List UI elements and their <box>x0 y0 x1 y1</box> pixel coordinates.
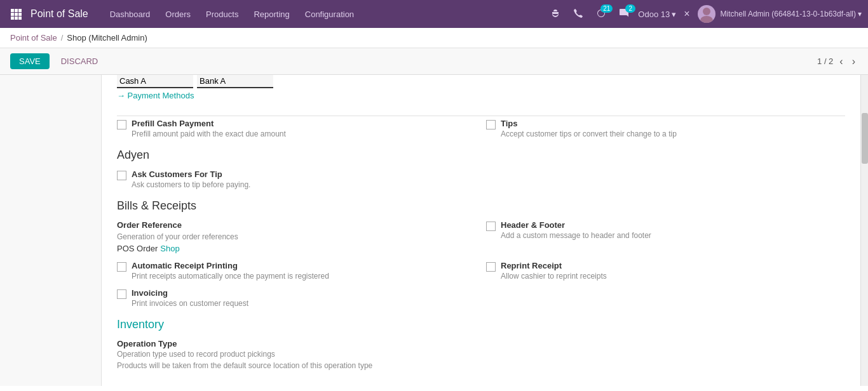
reprint-label: Reprint Receipt <box>501 261 607 270</box>
action-bar: SAVE DISCARD 1 / 2 ‹ › <box>0 48 868 75</box>
ask-tip-label: Ask Customers For Tip <box>132 169 250 179</box>
discard-button[interactable]: DISCARD <box>55 53 105 69</box>
invoicing-desc: Print invoices on customer request <box>132 299 248 308</box>
nav-dashboard[interactable]: Dashboard <box>104 6 157 23</box>
order-ref-prefix: POS Order <box>117 244 158 253</box>
bank-a-input[interactable] <box>197 75 273 88</box>
pagination-next[interactable]: › <box>850 55 858 69</box>
invoicing-label: Invoicing <box>132 288 248 298</box>
pagination-text: 1 / 2 <box>817 56 833 66</box>
ask-tip-desc: Ask customers to tip before paying. <box>132 180 250 189</box>
svg-rect-1 <box>15 9 18 12</box>
operation-type-row: Operation Type Operation type used to re… <box>117 339 845 370</box>
prefill-cash-field: Prefill Cash Payment Prefill amount paid… <box>117 119 476 138</box>
pos-order-row: POS Order Shop <box>117 244 476 253</box>
nav-products[interactable]: Products <box>200 6 245 23</box>
order-ref-desc: Generation of your order references <box>117 232 476 241</box>
breadcrumb-current: Shop (Mitchell Admin) <box>67 33 147 43</box>
section-bills: Bills & Receipts <box>117 199 845 213</box>
scrollbar-thumb[interactable] <box>862 113 868 164</box>
svg-rect-4 <box>15 13 18 16</box>
odoo-version[interactable]: Odoo 13 ▾ <box>638 10 676 19</box>
topbar: Point of Sale Dashboard Orders Products … <box>0 0 868 28</box>
main-content: → Payment Methods Prefill Cash Payment P… <box>0 75 868 386</box>
content-area: → Payment Methods Prefill Cash Payment P… <box>102 75 860 386</box>
section-inventory: Inventory <box>117 318 845 331</box>
payment-methods-section-top: → Payment Methods <box>117 75 845 116</box>
nav-configuration[interactable]: Configuration <box>299 6 360 23</box>
invoicing-row: Invoicing Print invoices on customer req… <box>117 288 845 308</box>
prefill-tips-row: Prefill Cash Payment Prefill amount paid… <box>117 119 845 138</box>
top-nav: Dashboard Orders Products Reporting Conf… <box>104 6 547 23</box>
operation-type-desc2: Products will be taken from the default … <box>117 361 476 370</box>
svg-rect-6 <box>11 17 14 20</box>
tips-field: Tips Accept customer tips or convert the… <box>486 119 845 138</box>
svg-rect-3 <box>11 13 14 16</box>
svg-rect-2 <box>18 9 22 12</box>
nav-reporting[interactable]: Reporting <box>247 6 295 23</box>
tips-checkbox[interactable] <box>486 120 496 129</box>
prefill-cash-label: Prefill Cash Payment <box>132 119 286 128</box>
payment-methods-link[interactable]: → Payment Methods <box>117 91 194 100</box>
order-ref-header-row: Order Reference Generation of your order… <box>117 220 845 253</box>
bug-icon[interactable] <box>546 6 564 23</box>
tips-desc: Accept customer tips or convert their ch… <box>501 129 677 138</box>
left-sidebar <box>0 75 102 386</box>
receipt-row: Automatic Receipt Printing Print receipt… <box>117 261 845 281</box>
partial-input-row <box>117 75 845 88</box>
header-footer-label: Header & Footer <box>501 220 651 230</box>
close-icon[interactable]: × <box>681 6 692 22</box>
svg-rect-8 <box>18 17 22 20</box>
chat-badge: 2 <box>625 4 635 13</box>
topbar-right: 21 2 Odoo 13 ▾ × Mitchell Admin (664841-… <box>546 5 862 23</box>
cash-a-input[interactable] <box>117 75 193 88</box>
ask-tip-row: Ask Customers For Tip Ask customers to t… <box>117 169 845 189</box>
breadcrumb-root[interactable]: Point of Sale <box>10 33 57 43</box>
app-name: Point of Sale <box>31 8 88 20</box>
invoicing-field: Invoicing Print invoices on customer req… <box>117 288 476 308</box>
header-footer-checkbox[interactable] <box>486 222 496 231</box>
auto-receipt-desc: Print receipts automatically once the pa… <box>132 272 329 281</box>
order-ref-value[interactable]: Shop <box>160 244 179 253</box>
user-avatar[interactable] <box>698 5 715 23</box>
operation-type-desc1: Operation type used to record product pi… <box>117 350 476 359</box>
prefill-cash-desc: Prefill amount paid with the exact due a… <box>132 129 286 138</box>
header-footer-desc: Add a custom message to header and foote… <box>501 231 651 240</box>
reprint-desc: Allow cashier to reprint receipts <box>501 272 607 281</box>
header-footer-field: Header & Footer Add a custom message to … <box>486 220 845 253</box>
operation-type-field: Operation Type Operation type used to re… <box>117 339 476 370</box>
user-info[interactable]: Mitchell Admin (664841-13-0-1b63df-all) … <box>721 10 862 18</box>
nav-orders[interactable]: Orders <box>159 6 197 23</box>
refresh-icon[interactable]: 21 <box>592 6 610 23</box>
auto-receipt-checkbox[interactable] <box>117 262 126 272</box>
svg-point-10 <box>700 16 713 23</box>
pagination: 1 / 2 ‹ › <box>817 55 858 69</box>
phone-icon[interactable] <box>569 6 587 23</box>
breadcrumb: Point of Sale / Shop (Mitchell Admin) <box>0 28 868 48</box>
order-ref-label: Order Reference <box>117 220 476 230</box>
breadcrumb-separator: / <box>61 33 64 43</box>
invoicing-checkbox[interactable] <box>117 289 126 299</box>
reprint-field: Reprint Receipt Allow cashier to reprint… <box>486 261 845 281</box>
order-ref-field: Order Reference Generation of your order… <box>117 220 476 253</box>
tips-label: Tips <box>501 119 677 128</box>
pagination-prev[interactable]: ‹ <box>837 55 845 69</box>
reprint-checkbox[interactable] <box>486 262 496 272</box>
ask-tip-checkbox[interactable] <box>117 171 126 180</box>
prefill-cash-checkbox[interactable] <box>117 120 126 129</box>
save-button[interactable]: SAVE <box>10 53 50 69</box>
section-adyen: Adyen <box>117 149 845 162</box>
refresh-badge: 21 <box>600 4 613 13</box>
auto-receipt-label: Automatic Receipt Printing <box>132 261 329 270</box>
auto-receipt-field: Automatic Receipt Printing Print receipt… <box>117 261 476 281</box>
operation-type-label: Operation Type <box>117 339 476 348</box>
svg-rect-7 <box>15 17 18 20</box>
chat-icon[interactable]: 2 <box>615 6 633 23</box>
scrollbar[interactable] <box>860 75 868 386</box>
svg-rect-5 <box>18 13 22 16</box>
ask-tip-field: Ask Customers For Tip Ask customers to t… <box>117 169 476 189</box>
svg-rect-0 <box>11 9 14 12</box>
grid-icon[interactable] <box>6 4 25 23</box>
svg-point-9 <box>703 8 710 15</box>
